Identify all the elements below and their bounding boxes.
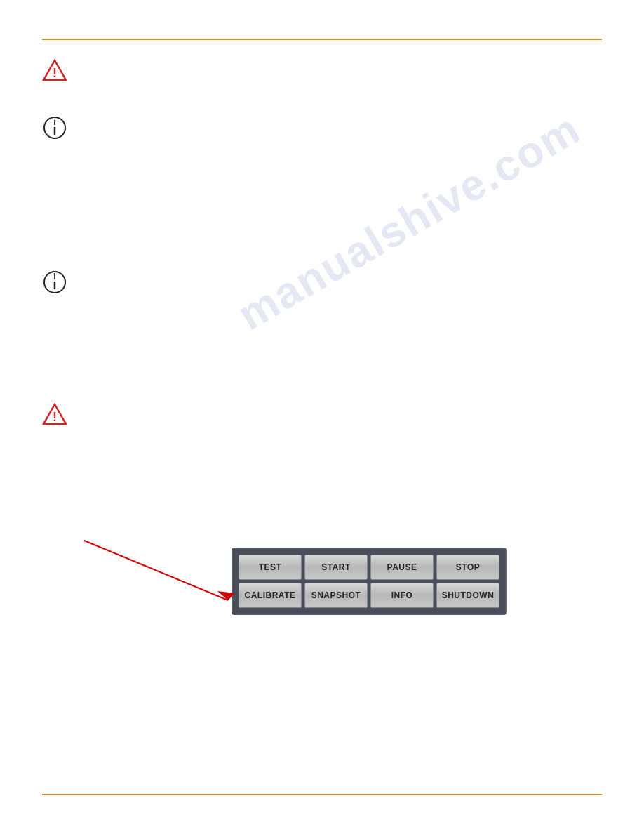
- warning-icon-1-col: !: [42, 56, 81, 84]
- bottom-rule: [42, 794, 602, 795]
- section-1-text: [81, 56, 602, 70]
- start-button[interactable]: START: [304, 555, 368, 580]
- svg-line-10: [84, 541, 228, 600]
- info-icon-1: i: [42, 115, 67, 140]
- svg-text:!: !: [53, 410, 57, 424]
- calibrate-button[interactable]: CALIBRATE: [239, 583, 302, 608]
- test-button[interactable]: TEST: [239, 555, 302, 580]
- svg-text:!: !: [53, 66, 57, 80]
- pause-button[interactable]: PAUSE: [370, 555, 434, 580]
- svg-text:i: i: [53, 117, 55, 127]
- section-4-text: [81, 400, 602, 442]
- section-3-text: [81, 267, 602, 316]
- info-icon-2: i: [42, 270, 67, 295]
- warning-icon-2: !: [42, 403, 67, 425]
- page-container: manualshive.com ! i: [0, 0, 644, 834]
- red-arrow: [81, 534, 249, 618]
- shutdown-button[interactable]: SHUTDOWN: [436, 583, 499, 608]
- info-icon-2-col: i: [42, 267, 81, 298]
- section-2-text: [81, 112, 602, 154]
- warning-icon-2-col: !: [42, 400, 81, 428]
- control-panel-row-2: CALIBRATE SNAPSHOT INFO SHUTDOWN: [239, 583, 499, 608]
- section-1: !: [42, 56, 602, 84]
- section-4: !: [42, 400, 602, 442]
- control-panel-row-1: TEST START PAUSE STOP: [239, 555, 499, 580]
- info-button[interactable]: INFO: [370, 583, 434, 608]
- control-panel-wrapper: TEST START PAUSE STOP CALIBRATE SNAPSHOT…: [42, 548, 602, 615]
- stop-button[interactable]: STOP: [436, 555, 499, 580]
- section-3: i: [42, 267, 602, 316]
- info-icon-1-col: i: [42, 112, 81, 143]
- snapshot-button[interactable]: SNAPSHOT: [304, 583, 368, 608]
- svg-text:i: i: [53, 272, 55, 282]
- section-2: i: [42, 112, 602, 154]
- warning-icon-1: !: [42, 59, 67, 81]
- control-panel: TEST START PAUSE STOP CALIBRATE SNAPSHOT…: [232, 548, 507, 615]
